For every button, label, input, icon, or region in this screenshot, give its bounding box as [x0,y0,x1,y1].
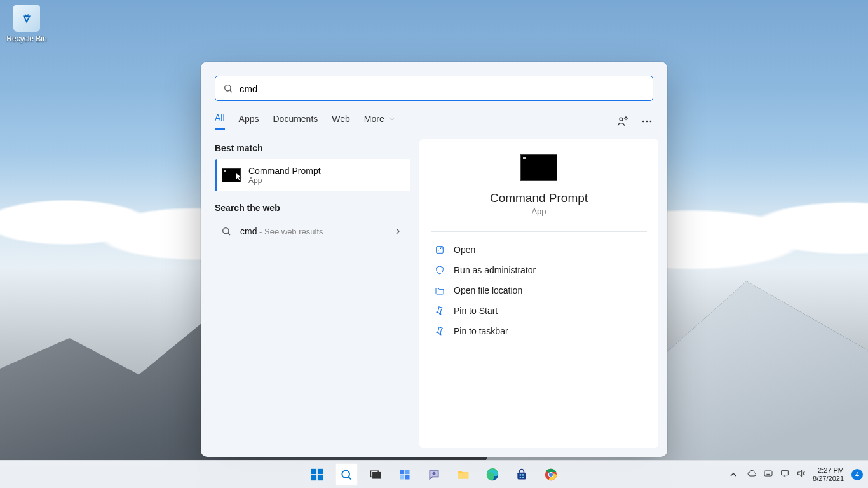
system-tray: 2:27 PM 8/27/2021 4 [726,461,863,488]
cmd-icon [222,168,241,182]
svg-line-8 [228,233,230,235]
action-run-admin[interactable]: Run as administrator [431,260,647,280]
pin-icon [435,306,445,316]
svg-rect-26 [520,474,522,476]
tab-web[interactable]: Web [332,114,350,129]
best-match-result[interactable]: Command Prompt App [215,159,410,191]
preview-app-icon [520,154,557,181]
action-open-location[interactable]: Open file location [431,280,647,301]
open-icon [435,245,445,255]
folder-icon [435,285,445,295]
file-explorer-button[interactable] [452,463,475,486]
svg-rect-23 [458,473,469,478]
chrome-button[interactable] [539,463,562,486]
best-match-heading: Best match [215,143,419,153]
action-open[interactable]: Open [431,240,647,260]
svg-rect-33 [764,471,772,476]
svg-point-3 [625,117,627,119]
tab-documents[interactable]: Documents [273,114,318,129]
search-web-heading: Search the web [215,203,419,213]
action-pin-start-label: Pin to Start [454,306,498,316]
pin-icon [435,326,445,336]
clock-date: 8/27/2021 [813,475,844,483]
svg-rect-10 [311,468,316,473]
svg-rect-21 [405,475,410,479]
svg-rect-11 [318,468,323,473]
svg-rect-28 [520,477,522,478]
web-term: cmd [240,226,257,236]
svg-point-7 [223,228,229,234]
web-result[interactable]: cmd - See web results [215,219,410,243]
svg-rect-25 [517,472,526,479]
svg-rect-20 [400,475,405,479]
web-hint: - See web results [257,227,323,236]
tab-more[interactable]: More [364,114,395,129]
volume-icon[interactable] [796,468,806,481]
action-pin-taskbar[interactable]: Pin to taskbar [431,321,647,341]
svg-rect-18 [400,470,405,474]
svg-rect-38 [782,470,789,475]
taskbar-search-button[interactable] [335,463,358,486]
svg-point-32 [549,472,553,476]
recycle-bin-label: Recycle Bin [4,34,50,43]
search-panel: All Apps Documents Web More Best match C… [201,62,667,457]
action-open-location-label: Open file location [454,285,522,295]
tray-overflow-button[interactable] [726,468,740,482]
svg-rect-27 [522,474,524,476]
widgets-button[interactable] [393,463,416,486]
chevron-down-icon [389,116,395,122]
result-type: App [248,176,321,185]
contact-admin-icon[interactable] [616,115,629,128]
action-open-label: Open [454,245,475,255]
svg-point-22 [433,471,436,475]
svg-point-5 [646,120,648,122]
search-tabs: All Apps Documents Web More [215,112,653,130]
recycle-bin[interactable]: Recycle Bin [4,5,50,43]
action-pin-start[interactable]: Pin to Start [431,301,647,321]
clock[interactable]: 2:27 PM 8/27/2021 [813,466,844,483]
recycle-bin-icon [13,5,40,32]
ime-icon[interactable] [763,468,773,481]
svg-rect-17 [373,472,381,478]
svg-point-6 [650,120,652,122]
action-run-admin-label: Run as administrator [454,265,536,275]
search-icon [221,226,231,236]
network-icon[interactable] [780,468,790,481]
results-column: Best match Command Prompt App Search the… [201,137,419,457]
svg-point-0 [225,85,231,91]
shield-icon [435,265,445,275]
task-view-button[interactable] [364,463,387,486]
search-box[interactable] [215,76,653,101]
store-button[interactable] [510,463,533,486]
more-options-icon[interactable] [641,115,653,128]
svg-rect-29 [522,477,524,478]
svg-point-14 [342,470,349,478]
svg-rect-19 [405,470,410,474]
taskbar: 2:27 PM 8/27/2021 4 [0,460,868,488]
search-icon [223,83,233,93]
preview-type: App [431,207,647,216]
tab-more-label: More [364,114,384,124]
svg-point-2 [620,118,623,121]
chevron-right-icon [393,226,403,236]
search-input[interactable] [240,83,645,94]
tab-all[interactable]: All [215,112,225,130]
svg-rect-12 [311,475,316,480]
notifications-badge[interactable]: 4 [851,469,863,480]
action-pin-taskbar-label: Pin to taskbar [454,326,508,336]
svg-rect-13 [318,475,323,480]
clock-time: 2:27 PM [813,466,844,475]
svg-marker-41 [798,470,802,476]
divider [431,231,647,232]
preview-column: Command Prompt App Open Run as administr… [419,139,658,448]
preview-title: Command Prompt [431,191,647,205]
result-name: Command Prompt [248,166,321,176]
tab-apps[interactable]: Apps [239,114,259,129]
svg-line-15 [348,477,351,479]
svg-point-4 [642,120,644,122]
edge-button[interactable] [481,463,504,486]
chat-button[interactable] [423,463,445,486]
svg-line-1 [230,90,232,92]
onedrive-icon[interactable] [747,468,757,481]
start-button[interactable] [306,463,329,486]
